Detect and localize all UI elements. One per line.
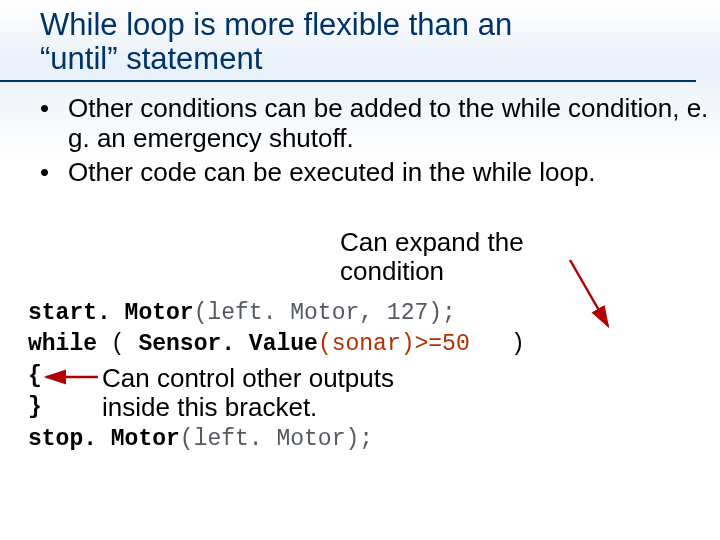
annotation-control-l1: Can control other outputs bbox=[102, 363, 394, 393]
bullet-dot-icon: • bbox=[36, 158, 68, 188]
code-stop-motor-args: (left. Motor); bbox=[180, 426, 373, 452]
title-line1: While loop is more flexible than an bbox=[40, 7, 512, 42]
code-start-motor-args: (left. Motor, 127); bbox=[194, 300, 456, 326]
bullet-text: Other code can be executed in the while … bbox=[68, 158, 710, 188]
list-item: • Other conditions can be added to the w… bbox=[36, 94, 710, 154]
code-while-open: ( bbox=[97, 331, 138, 357]
bullet-text: Other conditions can be added to the whi… bbox=[68, 94, 710, 154]
annotation-control-l2: inside this bracket. bbox=[102, 392, 317, 422]
code-brace-close: } bbox=[28, 394, 42, 420]
annotation-line1: Can expand the bbox=[340, 227, 524, 257]
annotation-line2: condition bbox=[340, 256, 444, 286]
code-while-close: ) bbox=[470, 331, 525, 357]
code-while-kw: while bbox=[28, 331, 97, 357]
list-item: • Other code can be executed in the whil… bbox=[36, 158, 710, 188]
bullet-list: • Other conditions can be added to the w… bbox=[0, 94, 720, 188]
annotation-expand-condition: Can expand the condition bbox=[340, 228, 524, 285]
code-stop-line: stop. Motor(left. Motor); bbox=[28, 424, 373, 455]
code-start-motor-kw: start. Motor bbox=[28, 300, 194, 326]
code-block: start. Motor(left. Motor, 127); while ( … bbox=[28, 298, 525, 360]
arrow-right-icon bbox=[570, 260, 608, 326]
code-sensor-args: (sonar)>=50 bbox=[318, 331, 470, 357]
code-brace-open: { bbox=[28, 363, 42, 389]
code-stop-motor-kw: stop. Motor bbox=[28, 426, 180, 452]
title-line2: “until” statement bbox=[40, 41, 262, 76]
code-sensor-kw: Sensor. Value bbox=[138, 331, 317, 357]
annotation-control-outputs: Can control other outputs inside this br… bbox=[102, 364, 394, 421]
bullet-dot-icon: • bbox=[36, 94, 68, 124]
slide-title: While loop is more flexible than an “unt… bbox=[0, 0, 696, 82]
